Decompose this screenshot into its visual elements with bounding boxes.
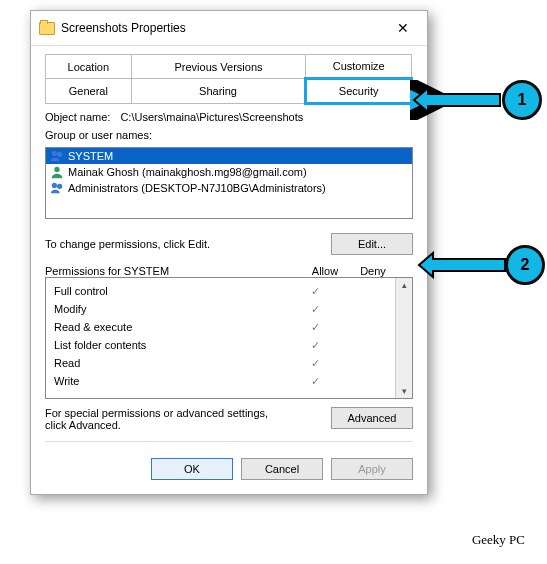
allow-check-icon: ✓ [291,303,339,316]
watermark: Geeky PC [472,532,525,548]
permission-row: Full control✓ [54,282,387,300]
svg-point-4 [57,184,62,189]
apply-button[interactable]: Apply [331,458,413,480]
object-name-label: Object name: [45,111,110,123]
user-item[interactable]: SYSTEM [46,148,412,164]
annotation-1: 1 [502,80,542,120]
window-title: Screenshots Properties [61,21,387,35]
object-name-value: C:\Users\maina\Pictures\Screenshots [120,111,303,123]
allow-check-icon: ✓ [291,285,339,298]
advanced-hint: For special permissions or advanced sett… [45,407,275,431]
tab-customize[interactable]: Customize [306,55,412,79]
tab-location[interactable]: Location [46,55,132,79]
edit-button[interactable]: Edit... [331,233,413,255]
permission-row: Modify✓ [54,300,387,318]
advanced-button[interactable]: Advanced [331,407,413,429]
svg-point-2 [54,167,59,172]
user-list[interactable]: SYSTEMMainak Ghosh (mainakghosh.mg98@gma… [45,147,413,219]
svg-point-3 [52,183,57,188]
tab-previous-versions[interactable]: Previous Versions [131,55,306,79]
deny-header: Deny [349,265,397,277]
user-icon [50,165,64,179]
close-button[interactable]: ✕ [387,17,419,39]
user-item[interactable]: Administrators (DESKTOP-N7J10BG\Administ… [46,180,412,196]
allow-check-icon: ✓ [291,375,339,388]
tab-strip: LocationPrevious VersionsCustomizeGenera… [45,54,413,105]
tab-security[interactable]: Security [306,79,412,104]
permission-row: Read & execute✓ [54,318,387,336]
permissions-list: Full control✓Modify✓Read & execute✓List … [45,277,413,399]
permission-row: Read✓ [54,354,387,372]
group-icon [50,149,64,163]
cancel-button[interactable]: Cancel [241,458,323,480]
edit-hint: To change permissions, click Edit. [45,238,210,250]
allow-header: Allow [301,265,349,277]
group-label: Group or user names: [45,129,413,141]
permission-row: List folder contents✓ [54,336,387,354]
tab-general[interactable]: General [46,79,132,104]
allow-check-icon: ✓ [291,339,339,352]
permissions-header: Permissions for SYSTEM [45,265,301,277]
permission-row: Write✓ [54,372,387,390]
properties-dialog: Screenshots Properties ✕ LocationPreviou… [30,10,428,495]
annotation-2: 2 [505,245,545,285]
user-item[interactable]: Mainak Ghosh (mainakghosh.mg98@gmail.com… [46,164,412,180]
object-name-row: Object name: C:\Users\maina\Pictures\Scr… [45,111,413,123]
folder-icon [39,22,55,35]
ok-button[interactable]: OK [151,458,233,480]
scrollbar[interactable]: ▴▾ [395,278,412,398]
titlebar: Screenshots Properties ✕ [31,11,427,46]
group-icon [50,181,64,195]
allow-check-icon: ✓ [291,357,339,370]
tab-sharing[interactable]: Sharing [131,79,306,104]
svg-point-1 [57,152,62,157]
allow-check-icon: ✓ [291,321,339,334]
svg-point-0 [52,151,57,156]
